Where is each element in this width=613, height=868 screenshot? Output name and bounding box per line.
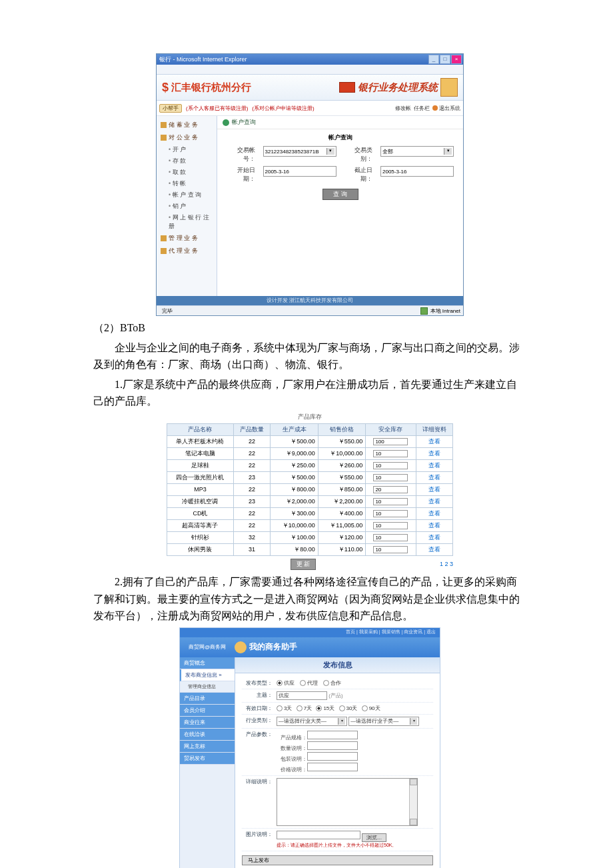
safe-stock-input[interactable]: 20	[373, 486, 408, 493]
safe-stock-input[interactable]: 10	[373, 510, 408, 517]
radio-30d[interactable]	[339, 705, 346, 711]
radio-7d[interactable]	[297, 705, 304, 711]
table-row: 超高清等离子22￥10,000.00￥11,005.0010查看	[167, 519, 453, 531]
safe-stock-input[interactable]: 10	[373, 534, 408, 541]
sidebar-item[interactable]: 开 户	[157, 144, 217, 155]
change-account-link[interactable]: 修改帐	[395, 105, 411, 112]
cell-safe: 10	[366, 471, 416, 483]
safe-stock-input[interactable]: 100	[373, 438, 408, 445]
submit-button[interactable]: 马上发布	[242, 855, 433, 865]
notice-link-1[interactable]: (系个人客服已有等级注册)	[186, 105, 248, 112]
subject-suffix: (产品)	[328, 693, 342, 699]
safe-stock-input[interactable]: 10	[373, 450, 408, 457]
image-path-input[interactable]	[277, 831, 360, 839]
view-link[interactable]: 查看	[428, 486, 440, 493]
cell-price: ￥10,000.00	[318, 447, 366, 459]
col-header: 安全库存	[366, 423, 416, 435]
pub-main-title: 发布信息	[235, 657, 440, 673]
exit-link[interactable]: 退出系统	[432, 105, 460, 112]
sidebar-cat-mgmt[interactable]: 管 理 业 务	[157, 232, 217, 245]
end-date-input[interactable]: 2005-3-16	[380, 166, 454, 177]
sidebar-item[interactable]: 帐 户 查 询	[157, 189, 217, 201]
radio-3d[interactable]	[277, 705, 284, 711]
view-link[interactable]: 查看	[428, 498, 440, 505]
view-link[interactable]: 查看	[428, 462, 440, 469]
browse-button[interactable]: 浏览...	[362, 833, 386, 842]
radio-supply[interactable]	[277, 680, 284, 686]
radio-coop[interactable]	[323, 680, 330, 686]
cell-name: 超高清等离子	[167, 519, 234, 531]
maximize-icon[interactable]: □	[440, 55, 450, 64]
cell-safe: 10	[366, 519, 416, 531]
cell-qty: 22	[233, 447, 270, 459]
ps-item[interactable]: 在线洽谈	[180, 729, 235, 741]
radio-90d[interactable]	[362, 705, 369, 711]
pager[interactable]: 1 2 3	[440, 561, 453, 567]
view-link[interactable]: 查看	[428, 522, 440, 529]
radio-agent[interactable]	[300, 680, 307, 686]
acct-select[interactable]: 32122348238523871B▾	[263, 146, 336, 157]
qty-input[interactable]	[307, 741, 358, 750]
pkg-input[interactable]	[307, 752, 358, 761]
spec-input[interactable]	[307, 731, 358, 739]
ps-item[interactable]: 网上竞标	[180, 741, 235, 753]
ps-item[interactable]: 产品目录	[180, 693, 235, 705]
ps-item-active[interactable]: 发布商业信息 »	[180, 669, 235, 681]
ps-item[interactable]: 贸易发布	[180, 753, 235, 765]
pf-industry-label: 行业类别：	[242, 717, 273, 724]
cell-name: 冷暖挂机空调	[167, 495, 234, 507]
status-bar: 完毕 本地 Intranet	[157, 305, 463, 315]
taskbar-link[interactable]: 任务栏	[414, 105, 430, 112]
sidebar-item[interactable]: 存 款	[157, 155, 217, 167]
ps-item[interactable]: 商业往来	[180, 717, 235, 729]
sidebar-item[interactable]: 转 帐	[157, 178, 217, 189]
notice-link-2[interactable]: (系对公帐户申请等级注册)	[252, 105, 314, 112]
avatar-icon	[440, 78, 458, 97]
subject-input[interactable]: 供应	[277, 691, 327, 700]
sidebar-cat-fin[interactable]: 代 理 业 务	[157, 245, 217, 257]
type-select[interactable]: 全部▾	[380, 146, 454, 157]
pub-topbar[interactable]: 首页 | 我要采购 | 我要销售 | 商业资讯 | 退出	[180, 628, 440, 637]
industry-select-2[interactable]: —请选择行业子类—▾	[348, 717, 419, 726]
safe-stock-input[interactable]: 10	[373, 498, 408, 505]
safe-stock-input[interactable]: 10	[373, 546, 408, 553]
safe-stock-input[interactable]: 10	[373, 474, 408, 481]
scrollbar[interactable]	[409, 779, 417, 825]
close-icon[interactable]: ×	[451, 55, 462, 64]
safe-stock-input[interactable]: 10	[373, 462, 408, 469]
sidebar-cat-personal[interactable]: 对 公 业 务	[157, 131, 217, 144]
sidebar-cat-deposit[interactable]: 储 蓄 业 务	[157, 119, 217, 131]
ps-section[interactable]: 商贸概念	[180, 657, 235, 669]
ps-item[interactable]: 会员介绍	[180, 705, 235, 717]
view-link[interactable]: 查看	[428, 474, 440, 481]
handbook-button[interactable]: 小帮手	[159, 104, 182, 113]
search-button[interactable]: 查 询	[322, 189, 358, 200]
update-button[interactable]: 更 新	[291, 559, 316, 570]
bank-banner: $ 汇丰银行杭州分行 银行业务处理系统	[157, 75, 463, 101]
paragraph: 1.厂家是系统中产品的最终供应商，厂家用户在注册成功后，首先要通过生产来建立自己…	[93, 376, 526, 410]
start-date-input[interactable]: 2005-3-16	[263, 166, 336, 177]
ps-item-sub[interactable]: 管理商业信息	[180, 681, 235, 693]
view-link[interactable]: 查看	[428, 510, 440, 517]
sidebar-item[interactable]: 销 户	[157, 201, 217, 212]
detail-textarea[interactable]	[277, 778, 418, 826]
industry-select-1[interactable]: —请选择行业大类—▾	[277, 717, 347, 726]
cell-name: 四合一激光照片机	[167, 471, 234, 483]
radio-15d[interactable]	[316, 705, 323, 711]
view-link[interactable]: 查看	[428, 546, 440, 553]
cell-safe: 100	[366, 435, 416, 447]
cell-safe: 10	[366, 495, 416, 507]
sidebar-item[interactable]: 取 款	[157, 167, 217, 178]
col-header: 生产成本	[271, 423, 318, 435]
price-input[interactable]	[307, 763, 358, 771]
table-row: 单人齐栏板木约椅22￥500.00￥550.00100查看	[167, 435, 453, 447]
view-link[interactable]: 查看	[428, 438, 440, 445]
table-row: CD机22￥300.00￥400.0010查看	[167, 507, 453, 519]
sidebar-item[interactable]: 网 上 银 行 注 册	[157, 212, 217, 232]
safe-stock-input[interactable]: 10	[373, 522, 408, 529]
cell-price: ￥400.00	[318, 507, 366, 519]
col-header: 销售价格	[318, 423, 366, 435]
view-link[interactable]: 查看	[428, 450, 440, 457]
minimize-icon[interactable]: _	[428, 55, 439, 64]
view-link[interactable]: 查看	[428, 534, 440, 541]
